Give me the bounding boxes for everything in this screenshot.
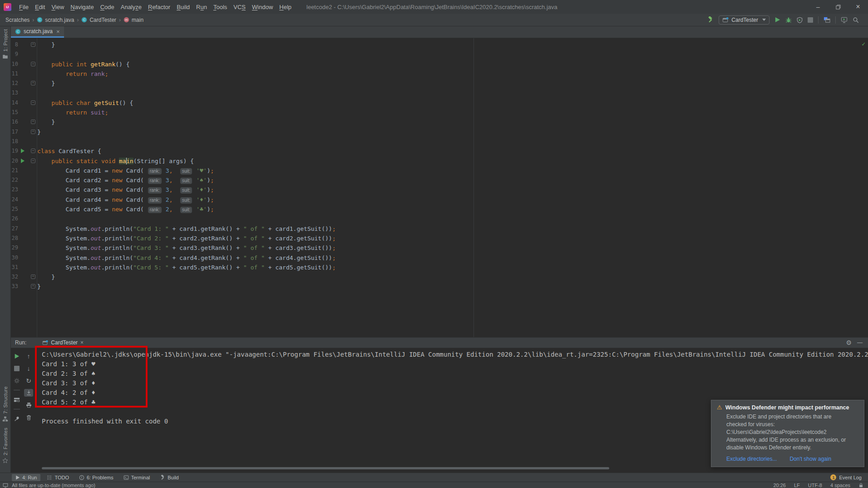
parameter-hint: suit: <box>180 168 192 174</box>
line-separator-widget[interactable]: LF <box>794 483 800 488</box>
down-button[interactable]: ↓ <box>24 364 33 372</box>
maximize-button[interactable] <box>828 0 848 14</box>
token: ; <box>211 186 214 193</box>
menu-run[interactable]: Run <box>193 2 210 12</box>
lock-icon[interactable] <box>858 483 863 488</box>
inspections-ok-icon[interactable]: ✓ <box>862 40 865 47</box>
token: new <box>112 206 122 213</box>
layout-button[interactable] <box>12 396 21 403</box>
fold-end-icon[interactable]: ^ <box>31 129 35 134</box>
menu-analyze[interactable]: Analyze <box>118 2 145 12</box>
menu-vcs[interactable]: VCS <box>230 2 249 12</box>
menu-navigate[interactable]: Navigate <box>67 2 97 12</box>
run-line-icon[interactable] <box>21 159 25 163</box>
breadcrumb-item-cardtester[interactable]: CCardTester <box>80 16 117 24</box>
token: out <box>90 225 101 232</box>
tool-window-button-label: 6: Problems <box>87 475 113 480</box>
code-editor[interactable]: 8^ }910− public int getRank() {11 return… <box>11 38 868 337</box>
tool-window-button-build[interactable]: Build <box>156 474 182 481</box>
tool-window-button-todo[interactable]: TODO <box>43 474 73 481</box>
menu-window[interactable]: Window <box>249 2 276 12</box>
coverage-icon[interactable] <box>797 17 803 23</box>
event-log-button[interactable]: 1 Event Log <box>830 474 868 480</box>
tab-close-icon[interactable]: × <box>56 28 60 35</box>
gutter-fold-cell <box>27 175 37 185</box>
stripe-button-favorites[interactable]: 2: Favorites <box>2 425 8 466</box>
close-button[interactable]: × <box>848 0 868 14</box>
menu-help[interactable]: Help <box>276 2 295 12</box>
menu-tools[interactable]: Tools <box>210 2 230 12</box>
menu-build[interactable]: Build <box>173 2 193 12</box>
build-running-button[interactable] <box>12 377 21 384</box>
hide-panel-icon[interactable]: — <box>857 340 863 345</box>
run-config-app-icon <box>722 17 729 23</box>
run-line-icon[interactable] <box>21 149 25 153</box>
fold-end-icon[interactable]: ^ <box>31 42 35 47</box>
tool-window-button-problems[interactable]: 6: Problems <box>75 474 117 481</box>
tab-scratch-java[interactable]: C scratch.java × <box>11 26 64 38</box>
fold-collapse-icon[interactable]: − <box>31 159 35 163</box>
run-configuration-select[interactable]: CardTester <box>719 15 769 25</box>
tool-window-switcher-icon[interactable] <box>3 483 8 488</box>
run-anything-icon[interactable] <box>841 16 848 23</box>
project-tool-icon[interactable] <box>824 16 830 23</box>
token: int <box>76 61 87 68</box>
restart-button[interactable]: ↻ <box>24 377 33 384</box>
menu-file[interactable]: File <box>16 2 32 12</box>
minimize-button[interactable]: – <box>808 0 828 14</box>
search-icon[interactable] <box>853 17 859 23</box>
gutter-fold-cell: − <box>27 156 37 166</box>
fold-collapse-icon[interactable]: − <box>31 62 35 66</box>
menu-edit[interactable]: Edit <box>32 2 48 12</box>
class-file-icon: C <box>15 29 21 35</box>
caret-word: main <box>119 158 133 164</box>
caret-position-widget[interactable]: 20:26 <box>773 483 786 488</box>
build-hammer-icon[interactable] <box>707 16 714 23</box>
fold-end-icon[interactable]: ^ <box>31 120 35 124</box>
method-icon: m <box>123 17 129 23</box>
dont-show-again-link[interactable]: Don't show again <box>789 456 831 462</box>
line-number: 23 <box>11 185 18 194</box>
run-tab-close-icon[interactable]: × <box>80 339 84 346</box>
menu-view[interactable]: View <box>48 2 67 12</box>
run-tab-cardtester[interactable]: CardTester × <box>39 338 87 348</box>
pin-button[interactable] <box>12 415 21 423</box>
fold-end-icon[interactable]: ^ <box>31 274 35 279</box>
menu-code[interactable]: Code <box>97 2 118 12</box>
breadcrumb-item-scratch-java[interactable]: Cscratch.java <box>36 16 75 24</box>
up-button[interactable]: ↑ <box>24 352 33 360</box>
fold-end-icon[interactable]: ^ <box>31 81 35 85</box>
breadcrumb-item-scratches[interactable]: Scratches <box>5 16 30 24</box>
printer-button[interactable] <box>24 401 33 409</box>
gutter-fold-cell: ^ <box>27 117 37 127</box>
run-icon[interactable] <box>774 17 780 23</box>
encoding-widget[interactable]: UTF-8 <box>808 483 822 488</box>
indent-widget[interactable]: 4 spaces <box>830 483 850 488</box>
token: Card card5 = <box>37 206 112 213</box>
trash-button[interactable] <box>24 413 33 421</box>
console-horizontal-scrollbar[interactable] <box>42 467 609 469</box>
breadcrumb-item-main[interactable]: mmain <box>123 16 144 24</box>
run-panel-header: Run: CardTester × ⚙ — <box>11 338 868 348</box>
gear-icon[interactable]: ⚙ <box>846 339 852 346</box>
tool-window-button-run[interactable]: 4: Run <box>12 474 40 481</box>
token: Card card2 = <box>37 177 112 184</box>
code-line: 21 Card card1 = new Card( rank: 3, suit:… <box>11 166 868 175</box>
stop-icon[interactable] <box>808 17 813 23</box>
line-number: 29 <box>11 243 18 253</box>
fold-collapse-icon[interactable]: − <box>31 149 35 153</box>
menu-refactor[interactable]: Refactor <box>145 2 173 12</box>
tool-window-button-terminal[interactable]: Terminal <box>120 474 154 481</box>
gutter-run-cell <box>18 98 27 108</box>
token: return <box>66 109 87 116</box>
stop-gray-button[interactable] <box>12 364 21 372</box>
fold-collapse-icon[interactable]: − <box>31 100 35 105</box>
stripe-button-structure[interactable]: 7: Structure <box>2 383 8 424</box>
exclude-directories-link[interactable]: Exclude directories... <box>726 456 777 462</box>
code-text: } <box>37 117 55 127</box>
fold-end-icon[interactable]: ^ <box>31 284 35 289</box>
stripe-button-project[interactable]: 1: Project <box>2 26 8 62</box>
rerun-button[interactable] <box>12 352 21 360</box>
debug-icon[interactable] <box>785 17 792 23</box>
scroll-end-button[interactable] <box>24 389 33 397</box>
